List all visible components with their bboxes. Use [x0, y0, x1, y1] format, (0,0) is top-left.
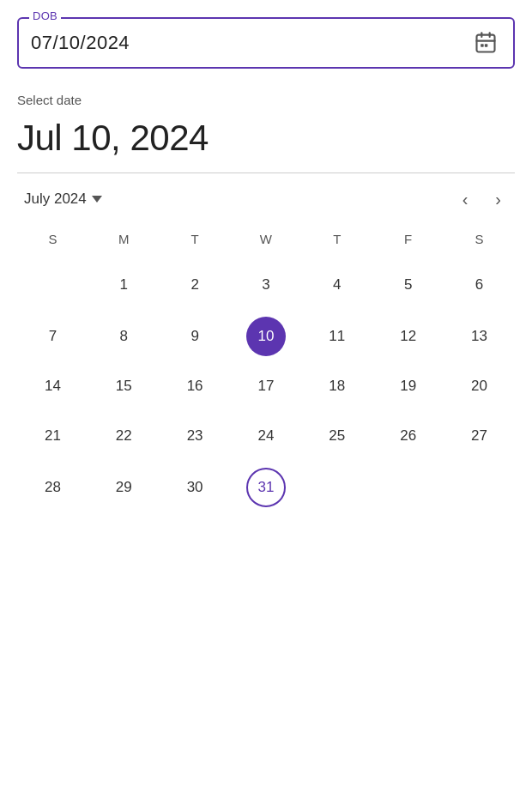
- divider: [17, 173, 515, 173]
- weekday-thu: T: [301, 228, 372, 258]
- weekday-sun: S: [17, 228, 88, 258]
- dob-label: DOB: [29, 9, 61, 22]
- calendar-day-cell: 9: [160, 312, 231, 361]
- day-button[interactable]: 22: [104, 416, 143, 456]
- calendar-day-cell: 27: [444, 411, 515, 461]
- nav-arrows: ‹ ›: [456, 187, 508, 211]
- chevron-down-icon: [92, 196, 102, 203]
- calendar-day-cell: 15: [88, 361, 160, 411]
- calendar-header: S M T W T F S: [17, 228, 515, 258]
- calendar-day-cell: 18: [301, 361, 372, 411]
- calendar-day-cell: 22: [88, 411, 160, 461]
- date-picker: Select date Jul 10, 2024 July 2024 ‹ › S…: [17, 93, 515, 514]
- day-empty: [460, 466, 499, 505]
- calendar-day-cell: 3: [231, 258, 302, 312]
- calendar-week-row: 28293031: [17, 461, 515, 514]
- weekday-fri: F: [372, 228, 444, 258]
- day-button[interactable]: 5: [389, 265, 428, 305]
- calendar-day-cell: 2: [160, 258, 231, 312]
- svg-rect-0: [477, 35, 495, 52]
- day-button[interactable]: 20: [460, 366, 499, 406]
- day-button[interactable]: 24: [246, 416, 286, 456]
- calendar-day-cell: 13: [444, 312, 515, 361]
- calendar-day-cell: 4: [301, 258, 372, 312]
- day-button[interactable]: 15: [104, 366, 143, 406]
- calendar-day-cell: 7: [17, 312, 88, 361]
- svg-rect-5: [485, 44, 488, 46]
- calendar-day-cell: 25: [301, 411, 372, 461]
- month-dropdown-button[interactable]: July 2024: [24, 191, 102, 208]
- day-button[interactable]: 21: [33, 416, 72, 456]
- day-button[interactable]: 17: [246, 366, 286, 406]
- day-button[interactable]: 29: [104, 468, 143, 507]
- day-button[interactable]: 12: [389, 317, 428, 356]
- day-button[interactable]: 6: [460, 265, 499, 305]
- month-nav-row: July 2024 ‹ ›: [17, 187, 515, 211]
- day-button[interactable]: 31: [246, 468, 286, 507]
- weekday-sat: S: [444, 228, 515, 258]
- calendar-day-cell: [17, 258, 88, 312]
- svg-rect-4: [481, 44, 484, 46]
- calendar-day-cell: 29: [88, 461, 160, 514]
- dob-value: 07/10/2024: [31, 32, 130, 54]
- dob-field-container: DOB 07/10/2024: [17, 17, 515, 69]
- calendar-day-cell: [444, 461, 515, 514]
- day-button[interactable]: 9: [175, 317, 215, 356]
- calendar-day-cell: 30: [160, 461, 231, 514]
- selected-date-display: Jul 10, 2024: [17, 118, 515, 159]
- day-button[interactable]: 18: [317, 366, 357, 406]
- day-button[interactable]: 3: [246, 265, 286, 305]
- calendar-day-cell: 24: [231, 411, 302, 461]
- calendar-day-cell: [372, 461, 444, 514]
- calendar-day-cell: 21: [17, 411, 88, 461]
- calendar-day-cell: 28: [17, 461, 88, 514]
- calendar-grid: S M T W T F S 12345678910111213141516171…: [17, 228, 515, 514]
- day-button[interactable]: 10: [246, 317, 286, 356]
- calendar-day-cell: 10: [231, 312, 302, 361]
- calendar-day-cell: 11: [301, 312, 372, 361]
- calendar-day-cell: 16: [160, 361, 231, 411]
- day-button[interactable]: 23: [175, 416, 215, 456]
- day-button[interactable]: 16: [175, 366, 215, 406]
- calendar-day-cell: 14: [17, 361, 88, 411]
- calendar-day-cell: 12: [372, 312, 444, 361]
- day-empty: [33, 263, 72, 303]
- calendar-week-row: 21222324252627: [17, 411, 515, 461]
- prev-month-button[interactable]: ‹: [456, 187, 475, 211]
- day-button[interactable]: 14: [33, 366, 72, 406]
- day-button[interactable]: 25: [317, 416, 357, 456]
- day-button[interactable]: 13: [460, 317, 499, 356]
- next-month-button[interactable]: ›: [488, 187, 508, 211]
- day-button[interactable]: 11: [317, 317, 357, 356]
- day-button[interactable]: 7: [33, 317, 72, 356]
- day-button[interactable]: 19: [389, 366, 428, 406]
- calendar-day-cell: 6: [444, 258, 515, 312]
- calendar-body: 1234567891011121314151617181920212223242…: [17, 258, 515, 514]
- calendar-day-cell: 1: [88, 258, 160, 312]
- calendar-week-row: 78910111213: [17, 312, 515, 361]
- calendar-day-cell: 5: [372, 258, 444, 312]
- calendar-day-cell: 23: [160, 411, 231, 461]
- weekday-wed: W: [231, 228, 302, 258]
- day-button[interactable]: 27: [460, 416, 499, 456]
- calendar-icon: [474, 31, 498, 55]
- day-button[interactable]: 28: [33, 468, 72, 507]
- day-button[interactable]: 8: [104, 317, 143, 356]
- weekday-header-row: S M T W T F S: [17, 228, 515, 258]
- weekday-mon: M: [88, 228, 160, 258]
- calendar-day-cell: [301, 461, 372, 514]
- day-button[interactable]: 26: [389, 416, 428, 456]
- calendar-day-cell: 26: [372, 411, 444, 461]
- day-empty: [317, 466, 357, 505]
- calendar-day-cell: 17: [231, 361, 302, 411]
- select-date-label: Select date: [17, 93, 515, 107]
- day-button[interactable]: 2: [175, 265, 215, 305]
- day-button[interactable]: 1: [104, 265, 143, 305]
- day-button[interactable]: 4: [317, 265, 357, 305]
- calendar-icon-button[interactable]: [470, 27, 501, 58]
- day-button[interactable]: 30: [175, 468, 215, 507]
- calendar-day-cell: 19: [372, 361, 444, 411]
- weekday-tue: T: [160, 228, 231, 258]
- calendar-day-cell: 8: [88, 312, 160, 361]
- day-empty: [389, 466, 428, 505]
